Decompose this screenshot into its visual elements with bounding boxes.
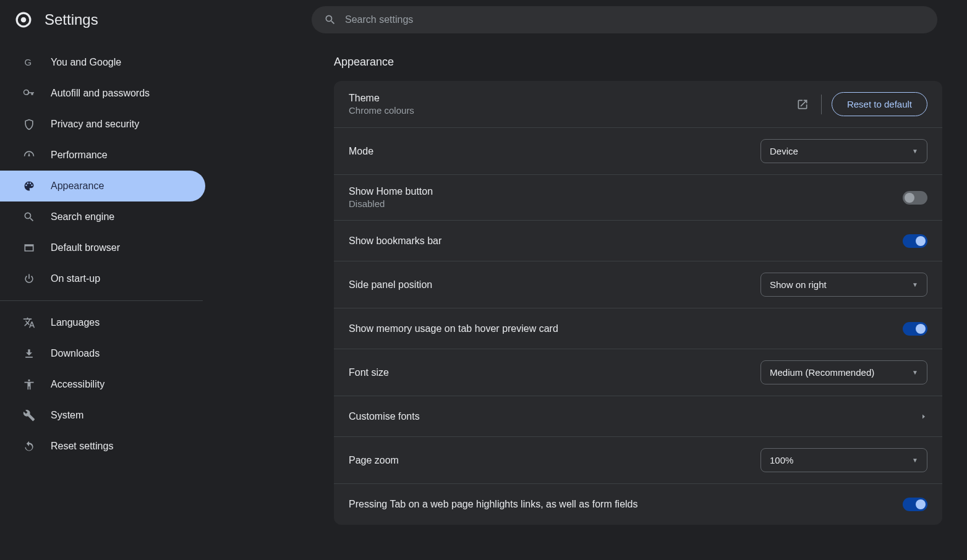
dropdown-value: 100%	[770, 455, 793, 465]
row-memory-usage[interactable]: Show memory usage on tab hover preview c…	[334, 308, 942, 349]
search-input[interactable]	[345, 14, 925, 25]
download-icon	[22, 347, 36, 360]
side-panel-dropdown[interactable]: Show on right ▼	[760, 273, 927, 297]
palette-icon	[22, 179, 36, 193]
sidebar-item-startup[interactable]: On start-up	[0, 263, 205, 294]
sidebar-item-default-browser[interactable]: Default browser	[0, 232, 205, 263]
sidebar-item-appearance[interactable]: Appearance	[0, 171, 205, 202]
chevron-down-icon: ▼	[912, 457, 918, 464]
translate-icon	[22, 316, 36, 329]
row-title: Show Home button	[349, 186, 903, 197]
speedometer-icon	[22, 148, 36, 162]
sidebar-item-system[interactable]: System	[0, 400, 205, 431]
page-zoom-dropdown[interactable]: 100% ▼	[760, 448, 927, 472]
page-title: Settings	[45, 11, 98, 28]
row-text: Theme Chrome colours	[349, 93, 794, 116]
sidebar-item-search-engine[interactable]: Search engine	[0, 202, 205, 232]
sidebar-item-label: Performance	[51, 150, 108, 161]
row-mode: Mode Device ▼	[334, 128, 942, 175]
sidebar-item-reset[interactable]: Reset settings	[0, 431, 205, 462]
row-side-panel: Side panel position Show on right ▼	[334, 261, 942, 308]
sidebar-item-label: Appearance	[51, 180, 104, 192]
sidebar-item-label: Accessibility	[51, 379, 104, 390]
google-icon: G	[22, 56, 36, 69]
row-font-size: Font size Medium (Recommended) ▼	[334, 349, 942, 396]
row-subtitle: Chrome colours	[349, 105, 794, 116]
svg-text:G: G	[25, 57, 32, 67]
sidebar-item-label: On start-up	[51, 273, 100, 284]
row-customise-fonts[interactable]: Customise fonts	[334, 396, 942, 437]
sidebar-item-privacy[interactable]: Privacy and security	[0, 109, 205, 140]
header-left: Settings	[15, 11, 312, 28]
row-title: Show bookmarks bar	[349, 235, 903, 247]
reset-icon	[22, 439, 36, 453]
font-size-dropdown[interactable]: Medium (Recommended) ▼	[760, 360, 927, 384]
sidebar-item-accessibility[interactable]: Accessibility	[0, 369, 205, 400]
row-title: Side panel position	[349, 279, 760, 291]
row-home-button[interactable]: Show Home button Disabled	[334, 175, 942, 221]
row-title: Show memory usage on tab hover preview c…	[349, 323, 903, 334]
home-button-toggle[interactable]	[903, 191, 927, 205]
sidebar-item-label: You and Google	[51, 57, 121, 68]
chevron-down-icon: ▼	[912, 369, 918, 376]
dropdown-value: Show on right	[770, 279, 827, 290]
section-title: Appearance	[235, 56, 942, 69]
row-title: Mode	[349, 146, 760, 157]
chevron-down-icon: ▼	[912, 148, 918, 155]
open-in-new-icon[interactable]	[794, 96, 811, 113]
browser-icon	[22, 241, 36, 255]
sidebar-item-label: Autofill and passwords	[51, 88, 150, 99]
sidebar-item-label: Languages	[51, 317, 100, 328]
chevron-down-icon: ▼	[912, 281, 918, 288]
accessibility-icon	[22, 378, 36, 391]
row-theme[interactable]: Theme Chrome colours Reset to default	[334, 81, 942, 128]
sidebar-item-you-and-google[interactable]: G You and Google	[0, 47, 205, 78]
sidebar-item-label: Default browser	[51, 242, 120, 253]
sidebar-item-label: Reset settings	[51, 441, 113, 452]
row-bookmarks-bar[interactable]: Show bookmarks bar	[334, 221, 942, 261]
sidebar-item-downloads[interactable]: Downloads	[0, 338, 205, 369]
sidebar-item-label: Search engine	[51, 211, 114, 223]
row-title: Page zoom	[349, 455, 760, 466]
sidebar-item-autofill[interactable]: Autofill and passwords	[0, 78, 205, 109]
shield-icon	[22, 117, 36, 131]
row-page-zoom: Page zoom 100% ▼	[334, 437, 942, 484]
wrench-icon	[22, 409, 36, 422]
bookmarks-bar-toggle[interactable]	[903, 234, 927, 248]
power-icon	[22, 272, 36, 286]
row-title: Font size	[349, 367, 760, 378]
chrome-logo-icon	[15, 11, 32, 28]
sidebar-item-label: Downloads	[51, 348, 100, 359]
memory-usage-toggle[interactable]	[903, 322, 927, 336]
sidebar: G You and Google Autofill and passwords …	[0, 40, 210, 560]
row-title: Theme	[349, 93, 794, 104]
row-title: Customise fonts	[349, 411, 920, 422]
divider	[821, 95, 822, 114]
search-container[interactable]	[312, 6, 937, 33]
dropdown-value: Medium (Recommended)	[770, 367, 874, 378]
main-content: Appearance Theme Chrome colours Reset to…	[210, 40, 967, 560]
key-icon	[22, 87, 36, 100]
sidebar-divider	[0, 300, 203, 301]
row-title: Pressing Tab on a web page highlights li…	[349, 499, 903, 510]
row-tab-highlight[interactable]: Pressing Tab on a web page highlights li…	[334, 484, 942, 525]
settings-card: Theme Chrome colours Reset to default Mo…	[334, 81, 942, 525]
search-icon	[324, 14, 336, 26]
mode-dropdown[interactable]: Device ▼	[760, 139, 927, 163]
tab-highlight-toggle[interactable]	[903, 498, 927, 511]
dropdown-value: Device	[770, 146, 798, 156]
header: Settings	[0, 0, 967, 40]
row-subtitle: Disabled	[349, 198, 903, 209]
sidebar-item-label: Privacy and security	[51, 119, 139, 130]
sidebar-item-performance[interactable]: Performance	[0, 140, 205, 171]
row-actions: Reset to default	[794, 92, 927, 116]
arrow-right-icon	[920, 413, 927, 420]
svg-point-1	[21, 17, 27, 23]
sidebar-item-label: System	[51, 410, 83, 421]
reset-to-default-button[interactable]: Reset to default	[832, 92, 927, 116]
search-icon	[22, 210, 36, 224]
sidebar-item-languages[interactable]: Languages	[0, 307, 205, 338]
